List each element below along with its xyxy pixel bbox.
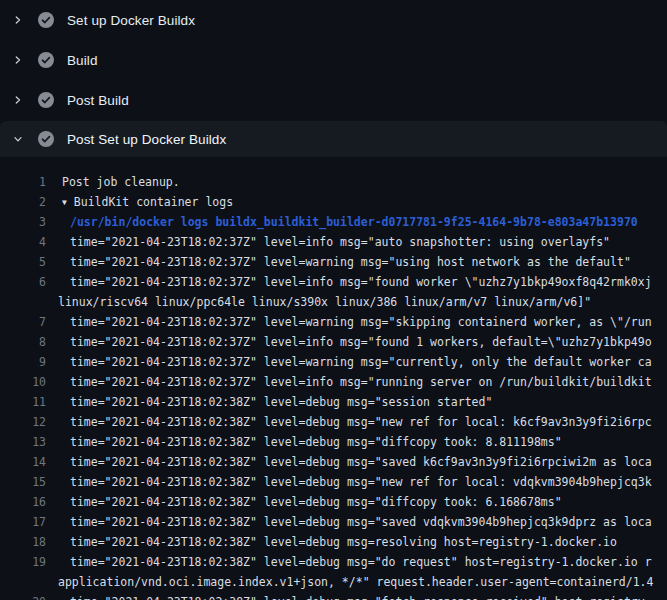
log-line-text: time="2021-04-23T18:02:38Z" level=debug … — [46, 452, 652, 472]
log-line-text: time="2021-04-23T18:02:37Z" level=warnin… — [46, 312, 652, 332]
log-line-text: application/vnd.oci.image.index.v1+json,… — [46, 572, 653, 592]
step-header-set-up-docker-buildx[interactable]: Set up Docker Buildx — [0, 0, 667, 40]
log-line-text: /usr/bin/docker logs buildx_buildkit_bui… — [46, 212, 638, 232]
chevron-right-icon[interactable] — [13, 52, 23, 68]
log-line-text: time="2021-04-23T18:02:37Z" level=info m… — [46, 232, 610, 252]
log-line: linux/riscv64 linux/ppc64le linux/s390x … — [0, 292, 667, 312]
log-line: 8 time="2021-04-23T18:02:37Z" level=info… — [0, 332, 667, 352]
log-line-number[interactable]: 5 — [0, 252, 46, 272]
step-label: Post Set up Docker Buildx — [67, 132, 226, 147]
log-line: 15 time="2021-04-23T18:02:38Z" level=deb… — [0, 472, 667, 492]
log-line: 18 time="2021-04-23T18:02:38Z" level=deb… — [0, 532, 667, 552]
group-title[interactable]: BuildKit container logs — [74, 195, 233, 209]
log-line-text: time="2021-04-23T18:02:38Z" level=debug … — [46, 472, 652, 492]
log-line-text: time="2021-04-23T18:02:38Z" level=debug … — [46, 592, 652, 600]
log-line-number[interactable]: 7 — [0, 312, 46, 332]
log-line-number — [0, 292, 46, 312]
log-line-number[interactable]: 13 — [0, 432, 46, 452]
log-line-number[interactable]: 17 — [0, 512, 46, 532]
log-line-number[interactable]: 10 — [0, 372, 46, 392]
log-line-text: time="2021-04-23T18:02:37Z" level=info m… — [46, 332, 652, 352]
log-line-text: time="2021-04-23T18:02:38Z" level=debug … — [46, 552, 652, 572]
log-line: 13 time="2021-04-23T18:02:38Z" level=deb… — [0, 432, 667, 452]
log-line-text: Post job cleanup. — [46, 172, 180, 192]
log-line: 5 time="2021-04-23T18:02:37Z" level=warn… — [0, 252, 667, 272]
log-line-text: time="2021-04-23T18:02:38Z" level=debug … — [46, 532, 617, 552]
log-line-number[interactable]: 6 — [0, 272, 46, 292]
log-line-text: time="2021-04-23T18:02:38Z" level=debug … — [46, 492, 562, 512]
log-line-number[interactable]: 12 — [0, 412, 46, 432]
chevron-right-icon[interactable] — [13, 92, 23, 108]
step-list: Set up Docker Buildx Build Post Build — [0, 0, 667, 157]
step-header-build[interactable]: Build — [0, 40, 667, 80]
log-line-number[interactable]: 15 — [0, 472, 46, 492]
log-line: 19 time="2021-04-23T18:02:38Z" level=deb… — [0, 552, 667, 572]
log-line-text: ▼BuildKit container logs — [46, 192, 233, 212]
log-line: application/vnd.oci.image.index.v1+json,… — [0, 572, 667, 592]
check-circle-icon — [38, 52, 54, 68]
log-line: 4 time="2021-04-23T18:02:37Z" level=info… — [0, 232, 667, 252]
check-circle-icon — [38, 131, 54, 147]
step-header-post-set-up-docker-buildx[interactable]: Post Set up Docker Buildx — [0, 121, 667, 157]
log-line: 7 time="2021-04-23T18:02:37Z" level=warn… — [0, 312, 667, 332]
log-line: 9 time="2021-04-23T18:02:37Z" level=warn… — [0, 352, 667, 372]
log-line: 16 time="2021-04-23T18:02:38Z" level=deb… — [0, 492, 667, 512]
log-line: 6 time="2021-04-23T18:02:37Z" level=info… — [0, 272, 667, 292]
check-circle-icon — [38, 92, 54, 108]
log-line-number[interactable]: 20 — [0, 592, 46, 600]
chevron-down-icon[interactable] — [13, 131, 23, 147]
step-label: Post Build — [67, 93, 129, 108]
log-line-text: time="2021-04-23T18:02:37Z" level=warnin… — [46, 252, 631, 272]
log-line: 14 time="2021-04-23T18:02:38Z" level=deb… — [0, 452, 667, 472]
log-line: 2 ▼BuildKit container logs — [0, 192, 667, 212]
log-line-number[interactable]: 2 — [0, 192, 46, 212]
log-line-number[interactable]: 18 — [0, 532, 46, 552]
log-line-number[interactable]: 19 — [0, 552, 46, 572]
log-line-text: linux/riscv64 linux/ppc64le linux/s390x … — [46, 292, 591, 312]
log-line: 20 time="2021-04-23T18:02:38Z" level=deb… — [0, 592, 667, 600]
log-line-text: time="2021-04-23T18:02:38Z" level=debug … — [46, 432, 562, 452]
log-line: 3 /usr/bin/docker logs buildx_buildkit_b… — [0, 212, 667, 232]
log-line-text: time="2021-04-23T18:02:37Z" level=warnin… — [46, 352, 652, 372]
log-line: 1 Post job cleanup. — [0, 172, 667, 192]
log-line-number[interactable]: 4 — [0, 232, 46, 252]
log-line-number[interactable]: 9 — [0, 352, 46, 372]
log-area: 1 Post job cleanup. 2 ▼BuildKit containe… — [0, 157, 667, 600]
check-circle-icon — [38, 12, 54, 28]
step-label: Build — [67, 53, 98, 68]
log-line-text: time="2021-04-23T18:02:38Z" level=debug … — [46, 392, 492, 412]
log-line-text: time="2021-04-23T18:02:37Z" level=info m… — [46, 272, 652, 292]
log-line-number — [0, 572, 46, 592]
log-line-number[interactable]: 16 — [0, 492, 46, 512]
log-line-number[interactable]: 11 — [0, 392, 46, 412]
step-header-post-build[interactable]: Post Build — [0, 80, 667, 120]
group-collapse-triangle-icon[interactable]: ▼ — [62, 193, 67, 213]
chevron-right-icon[interactable] — [13, 12, 23, 28]
log-line: 11 time="2021-04-23T18:02:38Z" level=deb… — [0, 392, 667, 412]
log-line-text: time="2021-04-23T18:02:38Z" level=debug … — [46, 512, 652, 532]
log-line-number[interactable]: 1 — [0, 172, 46, 192]
log-line-number[interactable]: 3 — [0, 212, 46, 232]
log-line-text: time="2021-04-23T18:02:38Z" level=debug … — [46, 412, 652, 432]
log-line-text: time="2021-04-23T18:02:37Z" level=info m… — [46, 372, 652, 392]
log-line: 10 time="2021-04-23T18:02:37Z" level=inf… — [0, 372, 667, 392]
step-label: Set up Docker Buildx — [67, 13, 195, 28]
log-line: 17 time="2021-04-23T18:02:38Z" level=deb… — [0, 512, 667, 532]
log-line-number[interactable]: 8 — [0, 332, 46, 352]
actions-log-viewer: Set up Docker Buildx Build Post Build — [0, 0, 667, 600]
log-line: 12 time="2021-04-23T18:02:38Z" level=deb… — [0, 412, 667, 432]
log-line-number[interactable]: 14 — [0, 452, 46, 472]
